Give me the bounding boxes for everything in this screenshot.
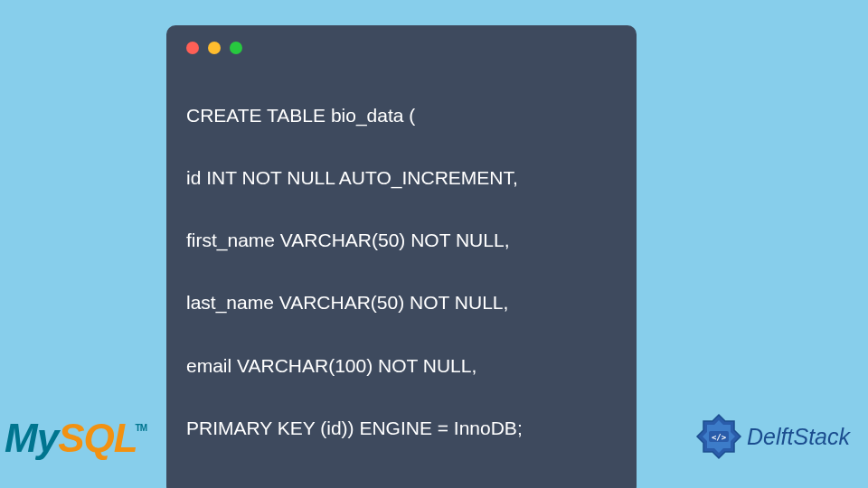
code-line: last_name VARCHAR(50) NOT NULL, <box>186 287 617 319</box>
minimize-icon <box>208 42 221 54</box>
code-line: id INT NOT NULL AUTO_INCREMENT, <box>186 163 617 194</box>
code-content: CREATE TABLE bio_data ( id INT NOT NULL … <box>186 69 617 475</box>
delftstack-badge-icon: </> <box>694 412 743 461</box>
code-line: CREATE TABLE bio_data ( <box>186 100 617 132</box>
mysql-my-text: My <box>5 416 58 460</box>
close-icon <box>186 42 199 54</box>
maximize-icon <box>230 42 242 54</box>
mysql-tm-text: TM <box>136 423 146 433</box>
code-line: email VARCHAR(100) NOT NULL, <box>186 351 617 382</box>
delftstack-text: DelftStack <box>747 424 850 450</box>
delftstack-logo: </> DelftStack <box>694 412 850 461</box>
code-line: first_name VARCHAR(50) NOT NULL, <box>186 225 617 257</box>
code-line: PRIMARY KEY (id)) ENGINE = InnoDB; <box>186 413 617 445</box>
mysql-logo: MySQLTM <box>5 416 148 461</box>
mysql-sql-text: SQL <box>58 416 137 460</box>
code-window: CREATE TABLE bio_data ( id INT NOT NULL … <box>166 25 637 488</box>
traffic-lights <box>186 42 617 54</box>
svg-text:</>: </> <box>712 433 727 442</box>
